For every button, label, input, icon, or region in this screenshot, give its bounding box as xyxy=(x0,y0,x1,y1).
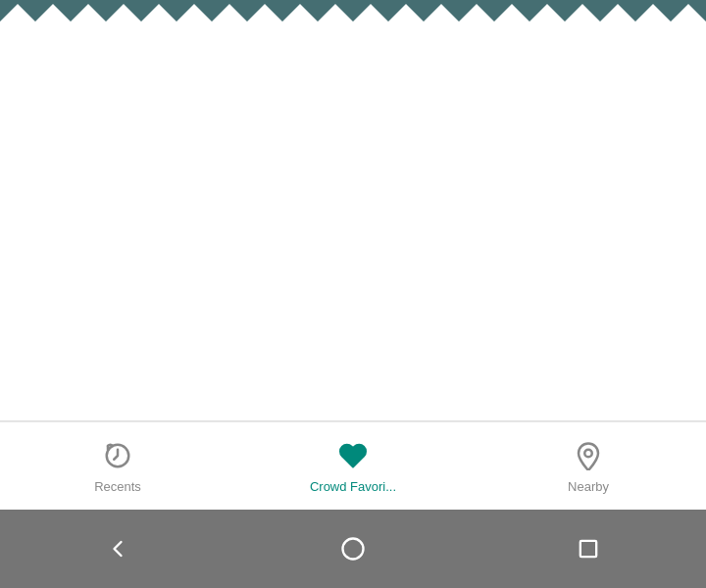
tab-recents[interactable]: Recents xyxy=(0,438,235,494)
recents-button[interactable] xyxy=(559,519,618,578)
nearby-label: Nearby xyxy=(568,479,609,494)
back-button[interactable] xyxy=(88,519,147,578)
svg-point-23 xyxy=(343,539,364,560)
zigzag-header xyxy=(0,0,706,22)
crowd-favorites-label: Crowd Favori... xyxy=(310,479,396,494)
location-icon xyxy=(571,438,606,473)
clock-icon xyxy=(100,438,135,473)
home-button[interactable] xyxy=(324,519,382,578)
svg-rect-24 xyxy=(580,541,596,557)
tab-nearby[interactable]: Nearby xyxy=(471,438,706,494)
svg-rect-0 xyxy=(0,0,706,22)
android-nav-bar xyxy=(0,510,706,588)
recents-label: Recents xyxy=(94,479,141,494)
svg-point-22 xyxy=(584,450,592,458)
tab-bar: Recents Crowd Favori... Nearby xyxy=(0,421,706,510)
tab-crowd-favorites[interactable]: Crowd Favori... xyxy=(235,438,471,494)
heart-icon xyxy=(335,438,371,473)
main-content-area xyxy=(0,22,706,421)
